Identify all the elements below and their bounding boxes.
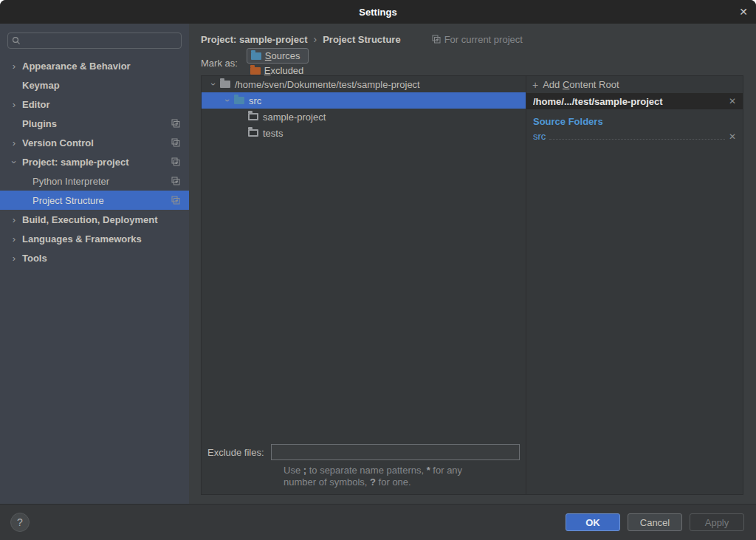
close-icon[interactable]: ✕ <box>739 0 748 24</box>
tree-item-label: src <box>249 95 261 106</box>
chevron-down-icon[interactable]: › <box>208 80 219 89</box>
sidebar-item-label: Keymap <box>22 80 60 91</box>
config-icon <box>171 196 180 205</box>
exclude-files-block: Exclude files: Use ; to separate name pa… <box>202 444 526 494</box>
sidebar-item-project-sample-project[interactable]: ›Project: sample-project <box>0 152 189 171</box>
tree-item-label: /home/sven/Dokumente/test/sample-project <box>235 79 420 90</box>
mark-as-toolbar: Mark as: SourcesExcluded <box>201 53 756 72</box>
remove-content-root-icon[interactable]: ✕ <box>729 96 736 106</box>
sidebar-item-plugins[interactable]: Plugins <box>0 114 189 133</box>
sidebar-item-languages-frameworks[interactable]: ›Languages & Frameworks <box>0 229 189 248</box>
dotted-leader <box>549 131 725 140</box>
settings-config-icon <box>171 119 180 128</box>
sidebar-item-project-structure[interactable]: Project Structure <box>0 191 189 210</box>
search-box[interactable] <box>7 33 182 49</box>
dialog-footer: ? OKCancelApply <box>0 504 756 540</box>
breadcrumb-page: Project Structure <box>323 34 400 45</box>
tree-row[interactable]: ›/home/sven/Dokumente/test/sample-projec… <box>202 76 526 92</box>
sidebar-item-label: Appearance & Behavior <box>22 61 131 72</box>
tree-item-label: sample-project <box>263 112 326 123</box>
config-icon <box>171 138 180 147</box>
title-bar: Settings ✕ <box>0 0 756 24</box>
chevron-right-icon[interactable]: › <box>9 99 19 110</box>
sidebar-item-tools[interactable]: ›Tools <box>0 248 189 267</box>
tree-row[interactable]: ›src <box>202 92 526 109</box>
help-icon: ? <box>17 516 23 528</box>
folder-icon <box>220 81 230 88</box>
cancel-button[interactable]: Cancel <box>628 513 682 531</box>
settings-category-list: ›Appearance & BehaviorKeymap›EditorPlugi… <box>0 56 189 267</box>
sidebar-item-editor[interactable]: ›Editor <box>0 95 189 114</box>
breadcrumb: Project: sample-project › Project Struct… <box>201 31 756 47</box>
source-folder-item[interactable]: src✕ <box>526 129 743 144</box>
settings-sidebar: ›Appearance & BehaviorKeymap›EditorPlugi… <box>0 24 189 504</box>
sidebar-item-label: Project: sample-project <box>22 157 129 168</box>
for-current-project-icon <box>432 35 441 44</box>
search-icon <box>12 36 21 45</box>
content-root-tree-panel: ›/home/sven/Dokumente/test/sample-projec… <box>202 76 526 494</box>
apply-button[interactable]: Apply <box>690 513 744 531</box>
sidebar-item-label: Python Interpreter <box>32 176 109 187</box>
chevron-down-icon[interactable]: › <box>9 157 20 167</box>
breadcrumb-project: Project: sample-project <box>201 34 308 45</box>
search-input[interactable] <box>24 35 177 47</box>
footer-buttons: OKCancelApply <box>566 513 744 531</box>
add-content-root-label: Add Content Root <box>543 79 619 90</box>
sidebar-item-label: Plugins <box>22 118 57 129</box>
chevron-right-icon[interactable]: › <box>9 137 19 148</box>
folder-icon <box>248 113 258 120</box>
sidebar-item-version-control[interactable]: ›Version Control <box>0 133 189 152</box>
folder-icon <box>248 129 258 137</box>
settings-config-icon <box>171 177 180 185</box>
sidebar-item-label: Project Structure <box>32 195 104 206</box>
chevron-right-icon[interactable]: › <box>9 233 19 245</box>
tree-item-label: tests <box>263 128 283 139</box>
sidebar-item-label: Editor <box>22 99 50 110</box>
sidebar-item-label: Build, Execution, Deployment <box>22 214 157 225</box>
config-icon <box>171 157 180 166</box>
sources-folder-icon <box>251 52 261 60</box>
source-folders-title: Source Folders <box>533 116 737 127</box>
exclude-files-label: Exclude files: <box>207 447 264 458</box>
settings-config-icon <box>171 138 180 147</box>
structure-panels: ›/home/sven/Dokumente/test/sample-projec… <box>201 75 743 495</box>
for-current-project-note: For current project <box>432 34 523 45</box>
chevron-down-icon[interactable]: › <box>222 96 233 106</box>
add-content-root-button[interactable]: + Add Content Root <box>526 76 743 93</box>
source-folder-label: src <box>533 131 546 142</box>
sidebar-item-label: Languages & Frameworks <box>22 233 142 245</box>
mark-as-option-label: Excluded <box>264 65 303 76</box>
config-icon <box>171 119 180 128</box>
chevron-right-icon[interactable]: › <box>9 214 19 225</box>
plus-icon: + <box>532 79 538 91</box>
sidebar-item-label: Tools <box>22 253 47 264</box>
sidebar-item-keymap[interactable]: Keymap <box>0 75 189 95</box>
chevron-right-icon[interactable]: › <box>9 253 19 264</box>
content-root-path: /home/.../test/sample-project <box>533 96 663 107</box>
exclude-files-input[interactable] <box>271 444 520 460</box>
remove-source-folder-icon[interactable]: ✕ <box>729 131 736 142</box>
sidebar-item-python-interpreter[interactable]: Python Interpreter <box>0 171 189 191</box>
settings-content: Project: sample-project › Project Struct… <box>189 24 756 504</box>
exclude-files-hint: Use ; to separate name patterns, * for a… <box>284 465 520 488</box>
help-button[interactable]: ? <box>10 513 30 532</box>
mark-as-option-label: Sources <box>265 50 300 61</box>
content-root-row[interactable]: /home/.../test/sample-project✕ <box>526 93 743 109</box>
excluded-folder-icon <box>250 67 261 75</box>
folder-icon <box>234 97 244 104</box>
sidebar-item-label: Version Control <box>22 137 94 148</box>
content-root-tree: ›/home/sven/Dokumente/test/sample-projec… <box>202 76 526 141</box>
settings-config-icon <box>171 157 180 166</box>
dialog-body: ›Appearance & BehaviorKeymap›EditorPlugi… <box>0 24 756 504</box>
chevron-right-icon[interactable]: › <box>9 61 19 72</box>
window-title: Settings <box>359 7 396 18</box>
breadcrumb-separator: › <box>314 33 317 45</box>
mark-as-sources-button[interactable]: Sources <box>247 48 309 64</box>
tree-row[interactable]: sample-project <box>202 109 526 125</box>
sidebar-item-build-execution-deployment[interactable]: ›Build, Execution, Deployment <box>0 210 189 229</box>
sidebar-item-appearance-behavior[interactable]: ›Appearance & Behavior <box>0 56 189 75</box>
roots-detail-panel: + Add Content Root /home/.../test/sample… <box>526 76 743 494</box>
config-icon <box>171 177 180 185</box>
ok-button[interactable]: OK <box>566 513 620 531</box>
tree-row[interactable]: tests <box>202 125 526 141</box>
